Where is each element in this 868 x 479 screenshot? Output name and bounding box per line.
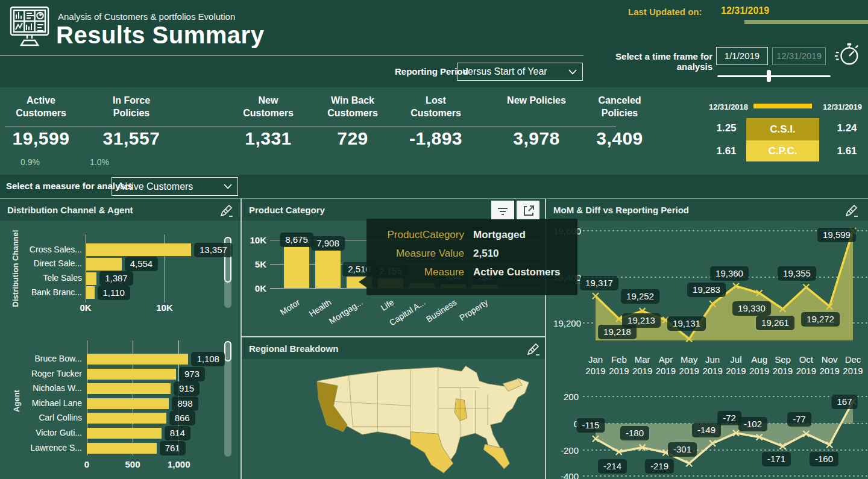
category-label: Direct Sale...: [22, 258, 82, 268]
month-label: Jun2019: [702, 354, 722, 377]
tooltip-value: 2,510: [473, 248, 499, 260]
data-point-label: -102: [738, 417, 767, 431]
data-point-label: -171: [762, 452, 791, 466]
month-label: Sep2019: [773, 354, 793, 377]
data-point-label: 19,272: [801, 312, 840, 327]
data-point-label: -219: [645, 459, 674, 474]
results-summary-dashboard: Analysis of Customers & portfolios Evolu…: [0, 0, 868, 479]
data-point-label: 19,317: [580, 276, 618, 290]
data-point-label: 167: [831, 395, 857, 409]
month-label: Oct2019: [796, 354, 816, 377]
month-label: Mar2019: [632, 354, 652, 377]
bar[interactable]: [284, 246, 309, 288]
value-label: 1,110: [98, 286, 130, 300]
data-point-label: -77: [787, 412, 811, 427]
bar[interactable]: [86, 258, 122, 271]
tooltip-pointer: [359, 277, 366, 287]
category-label: Roger Tucker: [22, 369, 82, 378]
focus-mode-button[interactable]: [517, 201, 539, 219]
bar[interactable]: [86, 272, 96, 285]
data-point-label: -214: [598, 459, 627, 474]
filter-button[interactable]: [491, 201, 514, 219]
month-label: Aug2019: [749, 354, 769, 377]
bar[interactable]: [87, 413, 166, 424]
chart-tooltip: ProductCategory Mortgaged Measure Value …: [366, 219, 577, 295]
bar[interactable]: [86, 243, 191, 256]
data-point-label: 19,131: [667, 316, 706, 331]
category-label: Nicholas W...: [22, 383, 82, 393]
month-label: Feb2019: [609, 354, 629, 377]
data-point-label: 19,599: [817, 228, 856, 242]
tooltip-value: Active Customers: [473, 266, 561, 278]
bar[interactable]: [87, 369, 176, 380]
category-label: Carl Collins: [22, 413, 82, 422]
bar[interactable]: [315, 250, 341, 288]
data-point-label: -160: [810, 452, 838, 466]
month-label: May2019: [679, 354, 699, 377]
value-label: 4,554: [125, 257, 159, 271]
data-point-label: 19,283: [687, 283, 726, 297]
category-label: Bruce Bow...: [22, 354, 82, 363]
category-label: Cross Sales...: [22, 245, 82, 254]
data-point-label: -72: [717, 411, 741, 425]
filter-icon: [495, 203, 510, 218]
month-label: Jan2019: [585, 354, 605, 377]
category-label: Bank Branc...: [22, 287, 82, 297]
value-label: 8,675: [280, 233, 313, 247]
category-label: Victor Guti...: [22, 428, 82, 437]
category-label: Lawrence S...: [22, 443, 82, 452]
month-label: Jul2019: [726, 354, 746, 377]
bar[interactable]: [87, 428, 162, 439]
data-point-label: 19,213: [622, 313, 661, 328]
value-label: 973: [179, 367, 205, 381]
tooltip-label: ProductCategory: [366, 229, 464, 241]
value-label: 761: [160, 441, 186, 456]
bar[interactable]: [87, 443, 157, 454]
category-label: Michael Lane: [22, 398, 82, 408]
data-point-label: 19,355: [778, 266, 816, 281]
bar[interactable]: [86, 286, 95, 299]
category-label: Tele Sales: [22, 273, 82, 283]
value-label: 866: [169, 411, 195, 425]
value-label: 7,908: [311, 236, 345, 251]
value-label: 915: [174, 381, 200, 396]
bar[interactable]: [87, 398, 169, 409]
bar[interactable]: [87, 383, 171, 394]
data-point-label: 19,360: [710, 266, 749, 281]
value-label: 13,357: [194, 243, 233, 257]
value-label: 1,108: [191, 352, 225, 366]
bar[interactable]: [87, 354, 188, 365]
value-label: 1,387: [99, 271, 133, 286]
month-label: Apr2019: [656, 354, 676, 377]
data-point-label: -115: [577, 418, 605, 433]
data-point-label: -301: [668, 442, 697, 457]
tooltip-value: Mortgaged: [473, 229, 526, 241]
data-point-label: 19,252: [621, 289, 659, 304]
data-point-label: 19,330: [732, 301, 771, 316]
tooltip-label: Measure Value: [366, 248, 464, 260]
data-point-label: -180: [620, 426, 649, 440]
focus-mode-icon: [521, 203, 535, 218]
data-point-label: -149: [692, 423, 721, 437]
value-label: 814: [165, 426, 190, 440]
tooltip-label: Measure: [366, 266, 464, 278]
month-label: Dec2019: [843, 354, 863, 377]
month-label: Nov2019: [819, 354, 839, 377]
value-label: 898: [172, 396, 198, 411]
data-point-label: 19,261: [756, 316, 794, 330]
